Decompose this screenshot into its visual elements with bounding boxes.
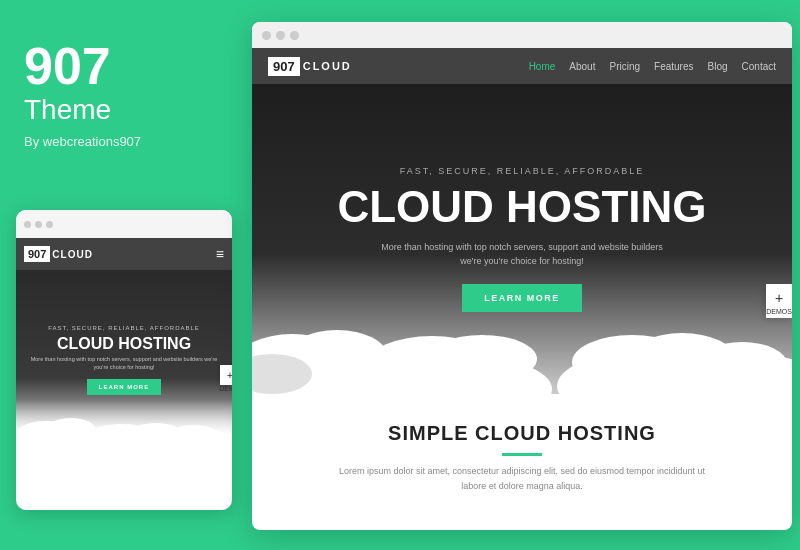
mobile-hero-desc: More than hosting with top notch servers… [16, 356, 232, 371]
mobile-logo-number: 907 [24, 246, 50, 262]
nav-link-home[interactable]: Home [529, 61, 556, 72]
svg-point-14 [427, 335, 537, 383]
desktop-demos-label: DEMOS [766, 308, 792, 316]
desktop-hero-subtitle: FAST, SECURE, RELIABLE, AFFORDABLE [400, 166, 645, 176]
mobile-hamburger-icon[interactable]: ≡ [216, 246, 224, 262]
desktop-topbar [252, 22, 792, 48]
desktop-hero-title: CLOUD HOSTING [337, 184, 706, 230]
theme-author: By webcreations907 [24, 134, 224, 149]
nav-link-about[interactable]: About [569, 61, 595, 72]
below-divider [502, 453, 542, 456]
desktop-hero: FAST, SECURE, RELIABLE, AFFORDABLE CLOUD… [252, 84, 792, 394]
mobile-demos-label: DEMOS [218, 385, 232, 392]
theme-label: Theme [24, 94, 224, 126]
nav-link-features[interactable]: Features [654, 61, 693, 72]
mobile-hero-title: CLOUD HOSTING [57, 335, 191, 353]
mobile-preview: 907 CLOUD ≡ FAST, SECURE, RELIABLE, AFFO… [16, 210, 232, 510]
desktop-nav: 907 CLOUD Home About Pricing Features Bl… [252, 48, 792, 84]
desktop-nav-links: Home About Pricing Features Blog Contact [529, 61, 776, 72]
theme-number: 907 [24, 40, 224, 92]
desktop-logo-cloud: CLOUD [303, 60, 352, 72]
mobile-logo-cloud: CLOUD [52, 249, 93, 260]
nav-link-pricing[interactable]: Pricing [609, 61, 640, 72]
desktop-below-hero: SIMPLE CLOUD HOSTING Lorem ipsum dolor s… [252, 394, 792, 515]
desktop-dot-3 [290, 31, 299, 40]
mobile-hero-subtitle: FAST, SECURE, RELIABLE, AFFORDABLE [48, 325, 200, 331]
mobile-topbar [16, 210, 232, 238]
desktop-logo-number: 907 [268, 57, 300, 76]
mobile-hero: FAST, SECURE, RELIABLE, AFFORDABLE CLOUD… [16, 270, 232, 450]
mobile-learn-more-button[interactable]: LEARN MORE [87, 379, 161, 395]
mobile-logo: 907 CLOUD [24, 246, 93, 262]
desktop-dot-2 [276, 31, 285, 40]
mobile-cloud-overlay [16, 400, 232, 450]
mobile-plus-button[interactable]: + [220, 365, 232, 385]
desktop-logo: 907 CLOUD [268, 57, 352, 76]
svg-point-7 [169, 425, 219, 447]
mobile-dot-1 [24, 221, 31, 228]
nav-link-contact[interactable]: Contact [742, 61, 776, 72]
desktop-plus-button[interactable]: + DEMOS [766, 284, 792, 318]
mobile-dot-2 [35, 221, 42, 228]
desktop-cloud-overlay [252, 274, 792, 394]
plus-icon: + [775, 290, 783, 306]
desktop-dot-1 [262, 31, 271, 40]
below-section-text: Lorem ipsum dolor sit amet, consectetur … [332, 464, 712, 495]
mobile-dot-3 [46, 221, 53, 228]
mobile-nav: 907 CLOUD ≡ [16, 238, 232, 270]
desktop-preview: 907 CLOUD Home About Pricing Features Bl… [252, 22, 792, 530]
nav-link-blog[interactable]: Blog [708, 61, 728, 72]
svg-point-19 [697, 342, 787, 386]
desktop-hero-desc: More than hosting with top notch servers… [372, 240, 672, 269]
below-section-title: SIMPLE CLOUD HOSTING [272, 422, 772, 445]
